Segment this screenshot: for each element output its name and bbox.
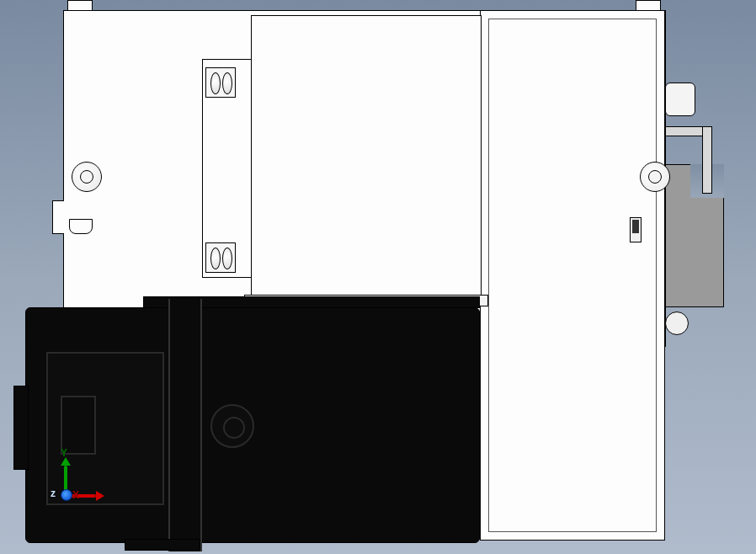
standoff-top [205,67,236,98]
right-slot [630,217,642,242]
bracket-arm-vertical [702,126,712,194]
axis-x-label: X [72,490,79,500]
mount-tab-left [67,0,93,10]
fastener-right [640,162,670,192]
right-boss [665,312,689,335]
cad-viewport[interactable]: X Y z [0,0,756,554]
left-notch [69,219,93,234]
motor-foot [125,539,200,551]
front-panel-inner [488,19,657,532]
standoff-bottom [205,242,236,273]
fastener-left [72,162,102,192]
mount-tab-right [636,0,661,10]
axis-y-label: Y [61,448,67,458]
right-connector [665,83,695,116]
motor-cable-boss [13,386,29,470]
motor-connector [61,396,96,455]
axis-z-label: z [51,488,56,498]
center-block [251,15,482,305]
motor-clamp [168,299,202,551]
motor-shaft-bore [210,404,254,448]
left-step [52,200,64,234]
